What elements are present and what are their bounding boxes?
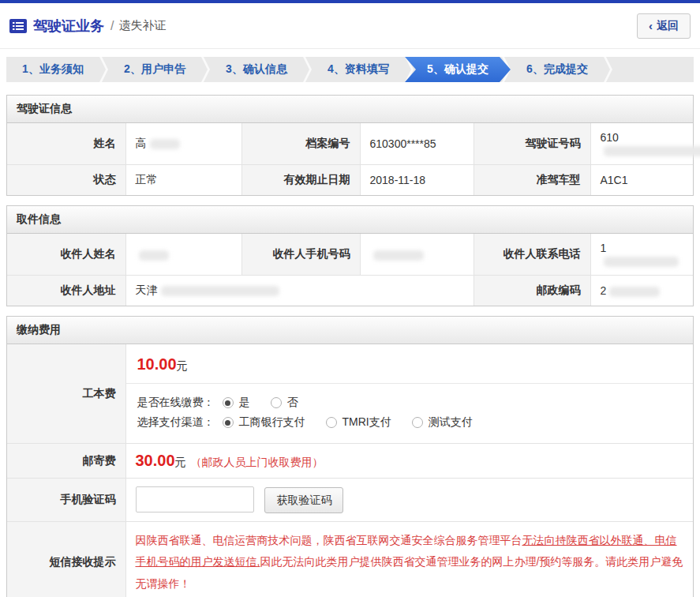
file-no-value: 610300****85 <box>360 123 474 165</box>
recipient-phone-value: 1 <box>590 234 693 276</box>
radio-circle-icon <box>412 417 423 428</box>
fees-section-title: 缴纳费用 <box>7 317 693 344</box>
table-row: 手机验证码 获取验证码 <box>7 479 693 522</box>
get-code-button[interactable]: 获取验证码 <box>264 487 343 513</box>
redacted-value <box>161 286 279 296</box>
redacted-value <box>373 250 424 261</box>
table-row: 邮寄费 30.00元（邮政人员上门收取费用） <box>7 444 693 479</box>
redacted-value <box>609 287 660 297</box>
production-fee-amount-line: 10.00元 <box>126 344 694 384</box>
license-no-label: 驾驶证号码 <box>474 123 590 165</box>
step-separator-icon <box>303 57 312 82</box>
radio-circle-icon <box>326 417 337 428</box>
license-info-section: 驾驶证信息 姓名 高 档案编号 610300****85 驾驶证号码 610 状… <box>6 95 694 196</box>
production-fee-unit: 元 <box>177 359 188 372</box>
vehicle-class-value: A1C1 <box>590 165 693 196</box>
page-title: 驾驶证业务 <box>33 17 104 36</box>
production-fee-amount: 10.00 <box>137 355 177 373</box>
sms-tip-label: 短信接收提示 <box>7 522 125 597</box>
expiry-label: 有效期止日期 <box>241 165 360 196</box>
table-row: 收件人姓名 收件人手机号码 收件人联系电话 1 <box>7 234 693 276</box>
file-no-label: 档案编号 <box>241 123 360 165</box>
radio-online-yes[interactable]: 是 <box>223 396 250 410</box>
redacted-value <box>604 257 679 267</box>
step-wizard-bar: 1、业务须知 2、用户申告 3、确认信息 4、资料填写 5、确认提交 6、完成提… <box>6 57 694 82</box>
step-separator-icon <box>201 57 210 82</box>
recipient-address-label: 收件人地址 <box>7 276 125 306</box>
production-fee-cell: 10.00元 是否在线缴费： 是 否 <box>125 344 693 444</box>
radio-channel-test[interactable]: 测试支付 <box>412 415 473 430</box>
step-separator-icon <box>604 57 612 82</box>
vehicle-class-label: 准驾车型 <box>474 165 590 196</box>
postcode-value: 2 <box>590 276 693 306</box>
chevron-left-icon: ‹ <box>649 19 653 32</box>
fees-table: 工本费 10.00元 是否在线缴费： 是 否 <box>7 344 693 597</box>
radio-online-yes-label: 是 <box>239 396 250 410</box>
mail-fee-amount: 30.00 <box>136 452 175 469</box>
radio-online-no[interactable]: 否 <box>271 396 298 410</box>
back-button-label: 返回 <box>657 19 679 33</box>
redacted-value <box>150 139 180 149</box>
fees-section: 缴纳费用 工本费 10.00元 是否在线缴费： 是 <box>6 316 694 597</box>
online-pay-question-row: 是否在线缴费： 是 否 <box>137 396 683 410</box>
mail-fee-note: （邮政人员上门收取费用） <box>191 456 324 468</box>
mail-fee-label: 邮寄费 <box>7 444 125 479</box>
captcha-cell: 获取验证码 <box>125 479 693 522</box>
table-row: 收件人地址 天津 邮政编码 2 <box>7 276 693 306</box>
mail-fee-cell: 30.00元（邮政人员上门收取费用） <box>125 444 693 479</box>
radio-circle-icon <box>271 397 282 408</box>
list-icon <box>9 19 27 33</box>
step-6-done[interactable]: 6、完成提交 <box>511 57 604 82</box>
license-no-value: 610 <box>590 123 693 165</box>
pay-options: 是否在线缴费： 是 否 选择支付渠道： <box>126 384 694 443</box>
pickup-info-table: 收件人姓名 收件人手机号码 收件人联系电话 1 收件人地址 天津 邮政编码 2 <box>7 234 693 306</box>
expiry-value: 2018-11-18 <box>360 165 474 196</box>
recipient-phone-label: 收件人联系电话 <box>474 234 590 276</box>
status-label: 状态 <box>7 165 125 196</box>
radio-circle-icon <box>223 417 234 428</box>
breadcrumb-current: 遗失补证 <box>118 18 166 33</box>
back-button[interactable]: ‹ 返回 <box>637 13 691 39</box>
radio-channel-icbc-label: 工商银行支付 <box>239 415 305 430</box>
mail-fee-unit: 元 <box>175 456 186 468</box>
production-fee-label: 工本费 <box>7 344 125 444</box>
step-separator-icon <box>99 57 108 82</box>
table-row: 工本费 10.00元 是否在线缴费： 是 否 <box>7 344 693 444</box>
online-pay-question: 是否在线缴费： <box>137 396 215 410</box>
step-4-fill-data[interactable]: 4、资料填写 <box>312 57 405 82</box>
radio-channel-tmri-label: TMRI支付 <box>343 415 391 430</box>
recipient-address-value: 天津 <box>125 276 474 306</box>
name-value: 高 <box>125 123 241 165</box>
sms-tip-text: 因陕西省联通、电信运营商技术问题，陕西省互联网交通安全综合服务管理平台无法向持陕… <box>136 530 684 595</box>
radio-channel-tmri[interactable]: TMRI支付 <box>326 415 391 430</box>
step-5-confirm-submit[interactable]: 5、确认提交 <box>405 57 511 82</box>
steps-filler <box>612 57 694 82</box>
step-3-confirm-info[interactable]: 3、确认信息 <box>210 57 303 82</box>
sms-tip-cell: 因陕西省联通、电信运营商技术问题，陕西省互联网交通安全综合服务管理平台无法向持陕… <box>125 522 693 597</box>
redacted-value <box>604 146 700 156</box>
recipient-mobile-value <box>360 234 474 276</box>
step-2-declaration[interactable]: 2、用户申告 <box>108 57 201 82</box>
sms-code-input[interactable] <box>136 486 254 513</box>
pickup-section-title: 取件信息 <box>7 206 693 234</box>
pickup-info-section: 取件信息 收件人姓名 收件人手机号码 收件人联系电话 1 收件人地址 天津 邮政… <box>6 205 694 306</box>
table-row: 姓名 高 档案编号 610300****85 驾驶证号码 610 <box>7 123 693 165</box>
license-section-title: 驾驶证信息 <box>7 96 693 123</box>
table-row: 状态 正常 有效期止日期 2018-11-18 准驾车型 A1C1 <box>7 165 693 196</box>
pay-channel-question: 选择支付渠道： <box>137 415 215 430</box>
name-label: 姓名 <box>7 123 125 165</box>
radio-online-no-label: 否 <box>287 396 298 410</box>
recipient-mobile-label: 收件人手机号码 <box>241 234 360 276</box>
redacted-value <box>139 250 169 261</box>
radio-channel-test-label: 测试支付 <box>429 415 473 430</box>
breadcrumb-separator: / <box>110 19 114 33</box>
status-value: 正常 <box>125 165 241 196</box>
page-header: 驾驶证业务 / 遗失补证 ‹ 返回 <box>0 3 700 49</box>
recipient-name-label: 收件人姓名 <box>7 234 125 276</box>
license-info-table: 姓名 高 档案编号 610300****85 驾驶证号码 610 状态 正常 有… <box>7 123 693 195</box>
radio-channel-icbc[interactable]: 工商银行支付 <box>223 415 305 430</box>
postcode-label: 邮政编码 <box>474 276 590 306</box>
radio-circle-icon <box>223 397 234 408</box>
captcha-label: 手机验证码 <box>7 479 125 522</box>
step-1-notice[interactable]: 1、业务须知 <box>6 57 99 82</box>
